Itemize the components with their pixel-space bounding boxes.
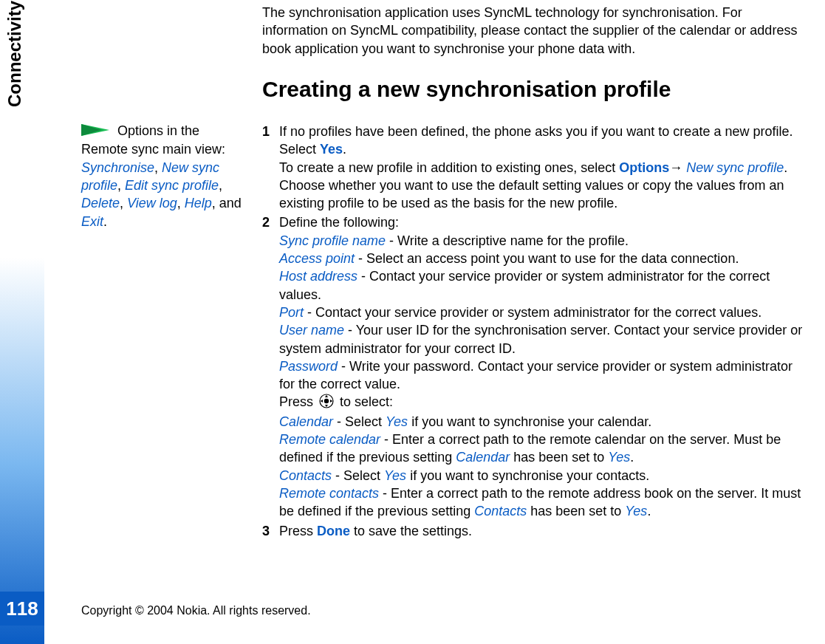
sidebar-option-view-log: View log [127,196,177,210]
text: - Select [333,414,386,429]
yes-value: Yes [384,468,406,483]
field-access-point: Access point [279,251,355,266]
field-password: Password [279,359,338,374]
options-sidebar: Options in the Remote sync main view: Sy… [81,122,245,230]
step-3: 3 Press Done to save the settings. [262,522,812,540]
text: - Write a descriptive name for the profi… [386,233,629,248]
yes-value: Yes [608,450,630,465]
text: - Write your password. Contact your serv… [279,359,793,391]
new-sync-profile-action: New sync profile [686,160,784,175]
text: if you want to synchronise your contacts… [406,468,649,483]
text: . [343,142,346,157]
field-remote-calendar: Remote calendar [279,432,380,447]
field-contacts: Contacts [279,468,332,483]
text: . [647,504,651,518]
text: Define the following: [279,215,399,230]
sidebar-end: . [103,214,107,229]
svg-point-3 [324,398,329,402]
ref-calendar: Calendar [456,450,510,465]
step-body: Press Done to save the settings. [279,522,807,540]
svg-marker-6 [321,400,323,402]
svg-marker-5 [325,405,328,407]
field-calendar: Calendar [279,414,333,429]
intro-paragraph: The synchronisation application uses Syn… [262,4,805,58]
yes-value: Yes [386,414,408,429]
step-body: Define the following: Sync profile name … [279,213,807,520]
text: . [630,450,634,465]
text: - Your user ID for the synchronisation s… [279,323,802,355]
manual-page: Connectivity 118 Copyright © 2004 Nokia.… [0,0,825,644]
field-port: Port [279,305,304,320]
text: - Select [332,468,384,483]
sidebar-option-synchronise: Synchronise [81,160,154,175]
svg-marker-4 [325,394,328,397]
text: to save the settings. [350,524,472,538]
field-remote-contacts: Remote contacts [279,486,379,501]
chapter-label: Connectivity [4,1,25,107]
step-number: 2 [262,213,275,231]
text: if you want to synchronise your calendar… [408,414,651,429]
ref-contacts: Contacts [474,504,527,518]
text: Press [279,524,317,538]
nav-key-icon [319,394,334,413]
step-2: 2 Define the following: Sync profile nam… [262,213,812,520]
text: has been set to [510,450,608,465]
arrow-icon: → [669,160,686,175]
page-number: 118 [0,592,44,626]
step-1: 1 If no profiles have been defined, the … [262,123,812,212]
sidebar-option-delete: Delete [81,196,120,210]
section-heading: Creating a new synchronisation profile [262,77,671,102]
triangle-icon [81,123,109,140]
text: - Contact your service provider or syste… [304,305,761,320]
text: If no profiles have been defined, the ph… [279,124,793,157]
step-body: If no profiles have been defined, the ph… [279,123,807,212]
step-number: 1 [262,123,275,140]
sidebar-option-help: Help [185,196,212,210]
step-number: 3 [262,522,275,540]
field-sync-profile-name: Sync profile name [279,233,386,248]
text: Press [279,394,317,409]
main-steps: 1 If no profiles have been defined, the … [262,123,812,541]
field-user-name: User name [279,323,344,338]
options-action: Options [619,160,669,175]
sidebar-tail: , and [212,196,242,210]
text: to select: [336,394,393,409]
text: - Select an access point you want to use… [355,251,739,266]
yes-action: Yes [320,142,343,157]
copyright-line: Copyright © 2004 Nokia. All rights reser… [81,604,311,617]
field-host-address: Host address [279,269,357,284]
svg-marker-1 [81,124,102,136]
svg-marker-7 [330,400,332,402]
sidebar-option-exit: Exit [81,214,103,229]
done-action: Done [317,524,350,538]
sidebar-option-edit-sync-profile: Edit sync profile [125,178,219,193]
text: has been set to [527,504,625,518]
yes-value: Yes [625,504,647,518]
text: To create a new profile in addition to e… [279,160,619,175]
